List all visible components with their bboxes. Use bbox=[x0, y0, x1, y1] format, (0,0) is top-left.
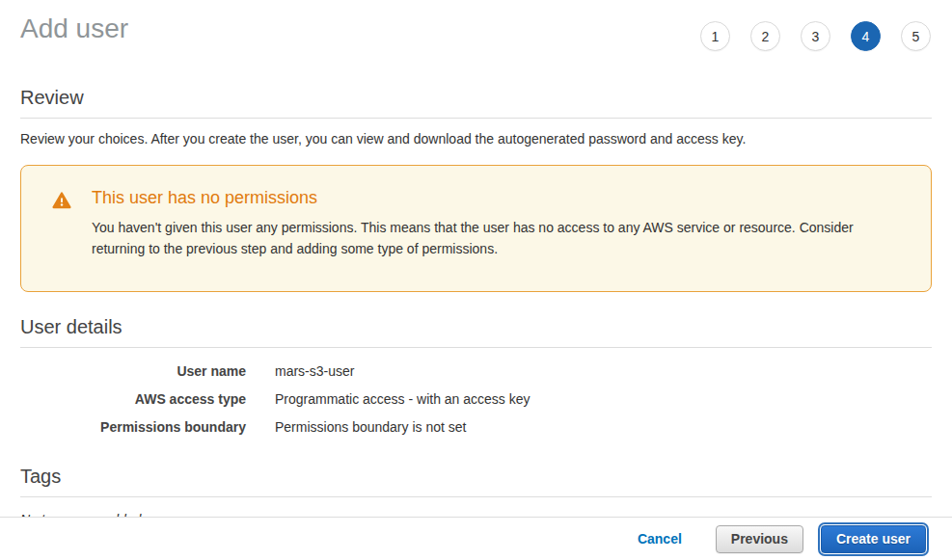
user-name-label: User name bbox=[20, 363, 246, 379]
table-row: Permissions boundary Permissions boundar… bbox=[20, 419, 932, 435]
step-indicator-3: 3 bbox=[801, 21, 830, 51]
warning-title: This user has no permissions bbox=[92, 188, 902, 208]
warning-body: You haven't given this user any permissi… bbox=[92, 217, 902, 260]
review-heading: Review bbox=[20, 87, 932, 119]
user-details-heading: User details bbox=[20, 316, 932, 348]
user-details-rows: User name mars-s3-user AWS access type P… bbox=[20, 363, 932, 435]
review-description: Review your choices. After you create th… bbox=[20, 131, 932, 147]
step-indicator-1: 1 bbox=[700, 21, 730, 51]
previous-button[interactable]: Previous bbox=[716, 525, 803, 553]
step-indicator: 1 2 3 4 5 bbox=[700, 21, 931, 51]
wizard-header: Add user 1 2 3 4 5 bbox=[20, 0, 932, 51]
aws-access-type-label: AWS access type bbox=[20, 391, 246, 407]
permissions-boundary-value: Permissions boundary is not set bbox=[275, 419, 466, 435]
cancel-button[interactable]: Cancel bbox=[638, 531, 682, 547]
user-details-section: User details User name mars-s3-user AWS … bbox=[20, 316, 932, 435]
aws-access-type-value: Programmatic access - with an access key bbox=[275, 391, 530, 407]
table-row: AWS access type Programmatic access - wi… bbox=[20, 391, 932, 407]
no-permissions-warning-box: This user has no permissions You haven't… bbox=[20, 165, 932, 292]
warning-content: This user has no permissions You haven't… bbox=[92, 188, 902, 260]
page-title: Add user bbox=[20, 13, 128, 45]
wizard-footer: Cancel Previous Create user bbox=[0, 517, 952, 560]
review-section: Review Review your choices. After you cr… bbox=[20, 87, 932, 147]
user-name-value: mars-s3-user bbox=[275, 363, 354, 379]
permissions-boundary-label: Permissions boundary bbox=[20, 419, 246, 435]
step-indicator-5: 5 bbox=[901, 21, 931, 51]
create-user-button[interactable]: Create user bbox=[821, 525, 926, 553]
step-indicator-4-active: 4 bbox=[851, 21, 881, 51]
tags-heading: Tags bbox=[20, 466, 932, 497]
warning-triangle-icon bbox=[52, 191, 71, 210]
table-row: User name mars-s3-user bbox=[20, 363, 932, 379]
step-indicator-2: 2 bbox=[750, 21, 780, 51]
